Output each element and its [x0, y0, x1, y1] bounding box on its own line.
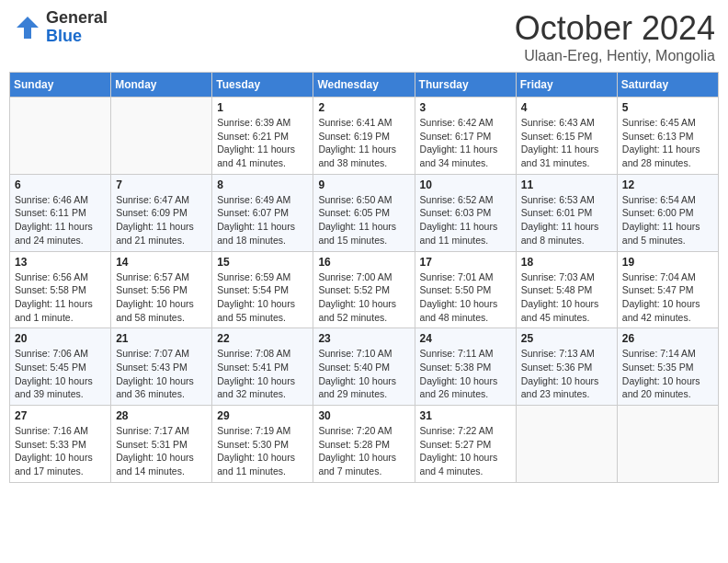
day-info: Sunrise: 6:56 AMSunset: 5:58 PMDaylight:… — [15, 270, 106, 325]
sunrise-text: Sunrise: 6:46 AM — [15, 193, 106, 207]
day-number: 17 — [420, 256, 511, 269]
daylight-text: Daylight: 10 hours and 42 minutes. — [622, 297, 713, 324]
calendar-week-row: 20Sunrise: 7:06 AMSunset: 5:45 PMDayligh… — [10, 328, 719, 406]
day-info: Sunrise: 7:11 AMSunset: 5:38 PMDaylight:… — [420, 347, 511, 401]
calendar-cell: 30Sunrise: 7:20 AMSunset: 5:28 PMDayligh… — [313, 406, 415, 483]
sunrise-text: Sunrise: 7:07 AM — [116, 347, 207, 361]
day-info: Sunrise: 7:13 AMSunset: 5:36 PMDaylight:… — [521, 347, 612, 401]
day-number: 1 — [217, 101, 308, 114]
day-info: Sunrise: 6:39 AMSunset: 6:21 PMDaylight:… — [217, 116, 308, 170]
calendar-cell: 29Sunrise: 7:19 AMSunset: 5:30 PMDayligh… — [212, 406, 313, 483]
calendar-cell — [516, 406, 617, 483]
sunset-text: Sunset: 5:45 PM — [15, 361, 106, 374]
day-number: 24 — [420, 332, 511, 345]
calendar-cell — [10, 98, 111, 175]
day-info: Sunrise: 6:42 AMSunset: 6:17 PMDaylight:… — [420, 116, 511, 170]
sunrise-text: Sunrise: 7:20 AM — [318, 424, 409, 438]
column-header-friday: Friday — [516, 73, 617, 98]
calendar-cell: 26Sunrise: 7:14 AMSunset: 5:35 PMDayligh… — [617, 328, 718, 406]
day-number: 5 — [622, 101, 713, 114]
calendar-cell: 2Sunrise: 6:41 AMSunset: 6:19 PMDaylight… — [313, 98, 415, 175]
day-info: Sunrise: 6:46 AMSunset: 6:11 PMDaylight:… — [15, 193, 106, 247]
sunset-text: Sunset: 6:17 PM — [420, 130, 511, 144]
sunset-text: Sunset: 6:19 PM — [318, 130, 409, 144]
day-info: Sunrise: 7:10 AMSunset: 5:40 PMDaylight:… — [318, 347, 409, 401]
daylight-text: Daylight: 10 hours and 32 minutes. — [217, 374, 308, 401]
sunset-text: Sunset: 6:21 PM — [217, 130, 308, 144]
sunset-text: Sunset: 5:58 PM — [15, 283, 106, 297]
day-number: 9 — [318, 178, 409, 191]
daylight-text: Daylight: 10 hours and 48 minutes. — [420, 297, 511, 324]
day-info: Sunrise: 7:17 AMSunset: 5:31 PMDaylight:… — [116, 424, 207, 478]
calendar-week-row: 27Sunrise: 7:16 AMSunset: 5:33 PMDayligh… — [10, 406, 719, 483]
day-number: 15 — [217, 256, 308, 269]
sunrise-text: Sunrise: 6:57 AM — [116, 270, 207, 284]
calendar-cell: 4Sunrise: 6:43 AMSunset: 6:15 PMDaylight… — [516, 98, 617, 175]
column-header-saturday: Saturday — [617, 73, 718, 98]
sunset-text: Sunset: 6:00 PM — [622, 206, 713, 220]
daylight-text: Daylight: 11 hours and 38 minutes. — [318, 143, 409, 169]
daylight-text: Daylight: 10 hours and 45 minutes. — [521, 297, 612, 324]
column-header-tuesday: Tuesday — [212, 73, 313, 98]
daylight-text: Daylight: 11 hours and 24 minutes. — [15, 220, 106, 247]
sunrise-text: Sunrise: 7:10 AM — [318, 347, 409, 361]
day-number: 23 — [318, 332, 409, 345]
sunset-text: Sunset: 5:35 PM — [622, 361, 713, 374]
sunset-text: Sunset: 6:09 PM — [116, 206, 207, 220]
daylight-text: Daylight: 10 hours and 7 minutes. — [318, 451, 409, 477]
sunrise-text: Sunrise: 7:00 AM — [318, 270, 409, 284]
sunset-text: Sunset: 5:54 PM — [217, 283, 308, 297]
daylight-text: Daylight: 10 hours and 20 minutes. — [622, 374, 713, 401]
column-header-wednesday: Wednesday — [313, 73, 415, 98]
calendar-week-row: 6Sunrise: 6:46 AMSunset: 6:11 PMDaylight… — [10, 174, 719, 251]
calendar-cell: 16Sunrise: 7:00 AMSunset: 5:52 PMDayligh… — [313, 251, 415, 328]
daylight-text: Daylight: 11 hours and 15 minutes. — [318, 220, 409, 247]
sunset-text: Sunset: 5:30 PM — [217, 438, 308, 452]
daylight-text: Daylight: 10 hours and 52 minutes. — [318, 297, 409, 324]
calendar-cell: 24Sunrise: 7:11 AMSunset: 5:38 PMDayligh… — [415, 328, 516, 406]
day-number: 11 — [521, 178, 612, 191]
sunrise-text: Sunrise: 6:43 AM — [521, 116, 612, 130]
sunrise-text: Sunrise: 7:11 AM — [420, 347, 511, 361]
page-header: General Blue October 2024 Ulaan-Ereg, He… — [9, 9, 719, 64]
day-info: Sunrise: 6:52 AMSunset: 6:03 PMDaylight:… — [420, 193, 511, 247]
calendar-cell: 14Sunrise: 6:57 AMSunset: 5:56 PMDayligh… — [111, 251, 212, 328]
day-info: Sunrise: 6:53 AMSunset: 6:01 PMDaylight:… — [521, 193, 612, 247]
daylight-text: Daylight: 11 hours and 1 minute. — [15, 297, 106, 324]
sunrise-text: Sunrise: 6:41 AM — [318, 116, 409, 130]
calendar-week-row: 1Sunrise: 6:39 AMSunset: 6:21 PMDaylight… — [10, 98, 719, 175]
sunset-text: Sunset: 5:27 PM — [420, 438, 511, 452]
day-number: 18 — [521, 256, 612, 269]
day-number: 20 — [15, 332, 106, 345]
day-number: 10 — [420, 178, 511, 191]
calendar-cell: 12Sunrise: 6:54 AMSunset: 6:00 PMDayligh… — [617, 174, 718, 251]
calendar-cell: 11Sunrise: 6:53 AMSunset: 6:01 PMDayligh… — [516, 174, 617, 251]
day-number: 16 — [318, 256, 409, 269]
sunrise-text: Sunrise: 6:50 AM — [318, 193, 409, 207]
sunrise-text: Sunrise: 6:42 AM — [420, 116, 511, 130]
sunrise-text: Sunrise: 6:54 AM — [622, 193, 713, 207]
calendar-cell: 10Sunrise: 6:52 AMSunset: 6:03 PMDayligh… — [415, 174, 516, 251]
daylight-text: Daylight: 10 hours and 14 minutes. — [116, 451, 207, 477]
calendar-header-row: SundayMondayTuesdayWednesdayThursdayFrid… — [10, 73, 719, 98]
daylight-text: Daylight: 10 hours and 58 minutes. — [116, 297, 207, 324]
calendar-cell: 23Sunrise: 7:10 AMSunset: 5:40 PMDayligh… — [313, 328, 415, 406]
sunrise-text: Sunrise: 7:19 AM — [217, 424, 308, 438]
day-number: 19 — [622, 256, 713, 269]
sunrise-text: Sunrise: 7:14 AM — [622, 347, 713, 361]
sunrise-text: Sunrise: 7:08 AM — [217, 347, 308, 361]
calendar-cell: 19Sunrise: 7:04 AMSunset: 5:47 PMDayligh… — [617, 251, 718, 328]
sunset-text: Sunset: 6:01 PM — [521, 206, 612, 220]
svg-marker-0 — [17, 17, 39, 39]
column-header-monday: Monday — [111, 73, 212, 98]
day-info: Sunrise: 7:01 AMSunset: 5:50 PMDaylight:… — [420, 270, 511, 325]
day-number: 12 — [622, 178, 713, 191]
day-number: 14 — [116, 256, 207, 269]
day-info: Sunrise: 7:16 AMSunset: 5:33 PMDaylight:… — [15, 424, 106, 478]
sunset-text: Sunset: 6:13 PM — [622, 130, 713, 144]
daylight-text: Daylight: 10 hours and 11 minutes. — [217, 451, 308, 477]
daylight-text: Daylight: 10 hours and 4 minutes. — [420, 451, 511, 477]
sunset-text: Sunset: 5:56 PM — [116, 283, 207, 297]
day-number: 13 — [15, 256, 106, 269]
sunset-text: Sunset: 5:47 PM — [622, 283, 713, 297]
